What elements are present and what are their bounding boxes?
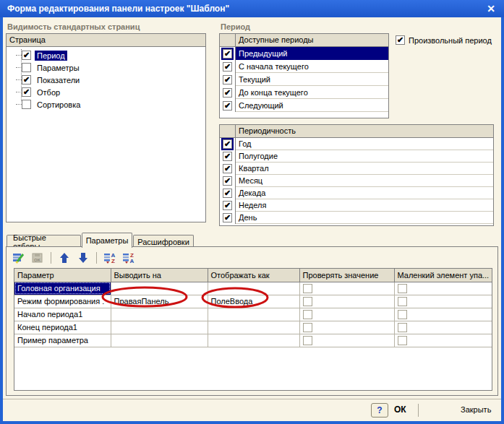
available-period-row[interactable]: ✔ С начала текущего (220, 60, 388, 73)
output-cell[interactable] (111, 282, 208, 295)
row-checkbox[interactable]: ✔ (223, 49, 232, 59)
check-value-cell[interactable] (299, 308, 394, 321)
move-up-icon[interactable] (56, 251, 72, 265)
periodicity-row[interactable]: ✔ Декада (220, 187, 493, 199)
tree-item-label[interactable]: Период (35, 51, 67, 61)
arbitrary-period-checkbox[interactable]: ✔ (396, 35, 405, 45)
row-label[interactable]: С начала текущего (236, 60, 388, 73)
tree-item-label[interactable]: Отбор (35, 87, 62, 98)
periodicity-row[interactable]: ✔ Квартал (220, 163, 493, 175)
row-label[interactable]: Год (236, 138, 493, 150)
table-row[interactable]: Головная организация (14, 282, 492, 295)
row-checkbox[interactable]: ✔ (223, 88, 232, 98)
move-down-icon[interactable] (75, 251, 91, 265)
display-cell[interactable] (208, 282, 299, 295)
small-element-cell[interactable] (394, 308, 492, 321)
periodicity-row[interactable]: ✔ Месяц (220, 175, 493, 187)
tree-checkbox[interactable]: ✔ (22, 75, 31, 85)
small-element-checkbox[interactable] (398, 310, 407, 319)
tree-item-label[interactable]: Сортировка (35, 100, 82, 110)
tree-checkbox[interactable]: ✔ (22, 87, 31, 97)
column-header[interactable]: Выводить на (111, 269, 208, 282)
table-row[interactable]: Начало периода1 (14, 308, 492, 321)
display-cell[interactable] (208, 321, 299, 334)
available-period-row[interactable]: ✔ Предыдущий (220, 47, 388, 60)
row-label[interactable]: Декада (236, 187, 493, 199)
tree-item-indicators[interactable]: ✔ Показатели (7, 74, 205, 86)
column-header[interactable]: Отображать как (208, 269, 299, 282)
row-checkbox[interactable]: ✔ (223, 189, 232, 198)
check-value-cell[interactable] (299, 295, 394, 308)
column-header[interactable]: Параметр (14, 269, 111, 282)
row-label[interactable]: До конца текущего (236, 86, 388, 99)
output-cell[interactable] (111, 334, 208, 347)
output-cell[interactable] (111, 308, 208, 321)
column-header[interactable]: Маленкий элемент упа... (394, 269, 492, 282)
small-element-checkbox[interactable] (398, 336, 407, 345)
help-button[interactable]: ? (371, 403, 388, 417)
table-row[interactable]: Режим формирования . ПраваяПанель ПолеВв… (14, 295, 492, 308)
output-cell[interactable]: ПраваяПанель (111, 295, 208, 308)
check-value-cell[interactable] (299, 321, 394, 334)
display-cell[interactable] (208, 308, 299, 321)
row-checkbox[interactable]: ✔ (223, 75, 232, 85)
param-cell[interactable]: Пример параметра (14, 334, 111, 347)
row-checkbox[interactable]: ✔ (223, 152, 232, 161)
small-element-checkbox[interactable] (398, 297, 407, 306)
sort-desc-icon[interactable]: Z A (121, 251, 137, 265)
tree-checkbox[interactable]: ✔ (22, 51, 31, 60)
row-checkbox[interactable]: ✔ (223, 213, 232, 222)
tree-item-filter[interactable]: ✔ Отбор (7, 86, 205, 98)
ok-button[interactable]: ОК (394, 404, 406, 415)
param-cell[interactable]: Конец периода1 (14, 321, 111, 334)
table-row[interactable]: Пример параметра (14, 334, 492, 347)
check-value-checkbox[interactable] (303, 310, 312, 319)
tree-item-parameters[interactable]: Параметры (7, 61, 205, 74)
finish-edit-icon[interactable]: OK (30, 251, 46, 265)
param-cell[interactable]: Начало периода1 (14, 308, 111, 321)
tree-item-label[interactable]: Показатели (35, 75, 82, 85)
available-period-row[interactable]: ✔ Следующий (220, 99, 388, 112)
available-period-row[interactable]: ✔ До конца текущего (220, 86, 388, 99)
small-element-checkbox[interactable] (398, 323, 407, 332)
close-button[interactable]: Закрыть (461, 405, 491, 414)
tree-item-label[interactable]: Параметры (35, 63, 82, 73)
small-element-cell[interactable] (394, 282, 492, 295)
small-element-cell[interactable] (394, 321, 492, 334)
tab-parameters[interactable]: Параметры (82, 233, 132, 248)
small-element-checkbox[interactable] (398, 284, 407, 293)
row-checkbox[interactable]: ✔ (223, 201, 232, 210)
row-label[interactable]: Квартал (236, 163, 493, 175)
periodicity-row[interactable]: ✔ Неделя (220, 199, 493, 212)
row-checkbox[interactable]: ✔ (223, 164, 232, 173)
check-value-cell[interactable] (299, 282, 394, 295)
arbitrary-period-option[interactable]: ✔ Произвольный период (396, 35, 492, 45)
sort-asc-icon[interactable]: A Z (102, 251, 118, 265)
small-element-cell[interactable] (394, 295, 492, 308)
edit-icon[interactable] (11, 251, 27, 265)
row-label[interactable]: Полугодие (236, 150, 493, 163)
row-label[interactable]: Текущий (236, 73, 388, 86)
row-checkbox[interactable]: ✔ (223, 101, 232, 111)
row-checkbox[interactable]: ✔ (223, 62, 232, 72)
output-cell[interactable] (111, 321, 208, 334)
display-cell[interactable] (208, 334, 299, 347)
display-cell[interactable]: ПолеВвода (208, 295, 299, 308)
tree-item-period[interactable]: ✔ Период (7, 49, 205, 61)
param-cell[interactable]: Головная организация (14, 282, 111, 295)
row-label[interactable]: Предыдущий (236, 47, 388, 60)
small-element-cell[interactable] (394, 334, 492, 347)
check-value-cell[interactable] (299, 334, 394, 347)
check-value-checkbox[interactable] (303, 284, 312, 293)
periodicity-row[interactable]: ✔ Год (220, 138, 493, 150)
row-checkbox[interactable]: ✔ (223, 176, 232, 186)
check-value-checkbox[interactable] (303, 323, 312, 332)
table-row[interactable]: Конец периода1 (14, 321, 492, 334)
check-value-checkbox[interactable] (303, 336, 312, 345)
param-cell[interactable]: Режим формирования . (14, 295, 111, 308)
row-label[interactable]: Следующий (236, 99, 388, 112)
available-period-row[interactable]: ✔ Текущий (220, 73, 388, 86)
column-header[interactable]: Проверять значение (299, 269, 394, 282)
row-checkbox[interactable]: ✔ (223, 139, 232, 149)
tree-item-sorting[interactable]: Сортировка (7, 98, 205, 111)
